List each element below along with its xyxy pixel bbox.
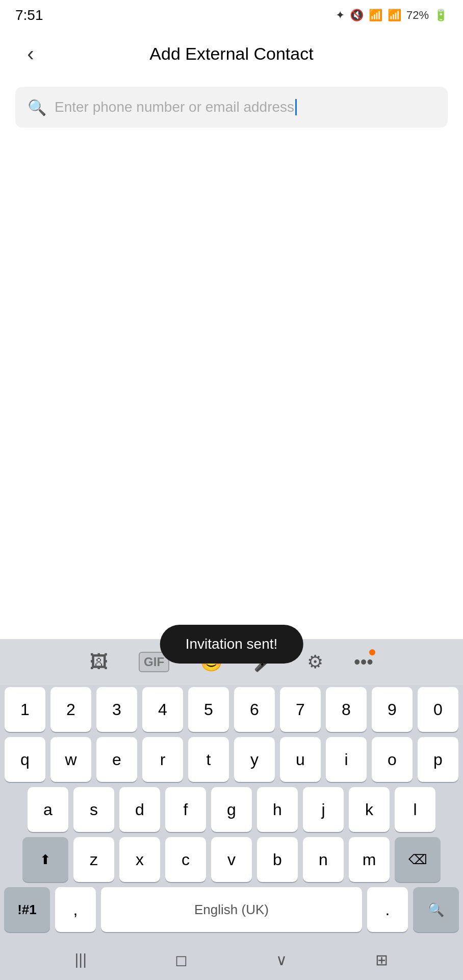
key-4[interactable]: 4 — [142, 687, 183, 732]
asdf-row: a s d f g h j k l — [4, 787, 459, 832]
nav-back-button[interactable]: ||| — [75, 951, 87, 968]
search-keyboard-key[interactable]: 🔍 — [413, 887, 459, 932]
settings-toolbar-button[interactable]: ⚙ — [307, 651, 323, 673]
search-icon: 🔍 — [28, 99, 46, 116]
key-0[interactable]: 0 — [418, 687, 458, 732]
key-m[interactable]: m — [349, 837, 390, 882]
more-toolbar-button[interactable]: ••• — [354, 651, 373, 673]
wifi-icon: 📶 — [369, 9, 382, 22]
status-icons: ✦ 🔇 📶 📶 72% 🔋 — [336, 9, 448, 22]
key-a[interactable]: a — [28, 787, 68, 832]
key-c[interactable]: c — [165, 837, 206, 882]
bottom-row: !#1 , English (UK) . 🔍 — [4, 887, 459, 932]
key-9[interactable]: 9 — [372, 687, 413, 732]
key-8[interactable]: 8 — [326, 687, 367, 732]
signal-icon: 📶 — [388, 9, 401, 22]
battery-icon: 🔋 — [434, 9, 448, 22]
key-o[interactable]: o — [372, 737, 413, 782]
key-3[interactable]: 3 — [96, 687, 137, 732]
battery-text: 72% — [406, 9, 429, 22]
key-w[interactable]: w — [50, 737, 91, 782]
key-h[interactable]: h — [257, 787, 298, 832]
key-k[interactable]: k — [349, 787, 390, 832]
nav-keyboard-button[interactable]: ⊞ — [375, 951, 388, 969]
key-t[interactable]: t — [188, 737, 229, 782]
nav-bar: ||| ◻ ∨ ⊞ — [0, 939, 463, 980]
key-e[interactable]: e — [96, 737, 137, 782]
space-key[interactable]: English (UK) — [101, 887, 362, 932]
key-j[interactable]: j — [303, 787, 344, 832]
search-input-display[interactable]: Enter phone number or email address — [55, 99, 435, 115]
key-7[interactable]: 7 — [280, 687, 321, 732]
search-placeholder: Enter phone number or email address — [55, 99, 294, 115]
key-i[interactable]: i — [326, 737, 367, 782]
text-cursor — [295, 99, 297, 115]
key-x[interactable]: x — [119, 837, 160, 882]
key-q[interactable]: q — [5, 737, 45, 782]
special-chars-key[interactable]: !#1 — [4, 887, 50, 932]
key-s[interactable]: s — [73, 787, 114, 832]
comma-key[interactable]: , — [55, 887, 96, 932]
key-r[interactable]: r — [142, 737, 183, 782]
search-container[interactable]: 🔍 Enter phone number or email address — [15, 87, 448, 128]
status-time: 7:51 — [15, 7, 43, 23]
key-6[interactable]: 6 — [234, 687, 275, 732]
key-n[interactable]: n — [303, 837, 344, 882]
key-5[interactable]: 5 — [188, 687, 229, 732]
key-z[interactable]: z — [73, 837, 114, 882]
key-1[interactable]: 1 — [5, 687, 45, 732]
shift-key[interactable]: ⬆ — [22, 837, 68, 882]
notification-dot — [369, 649, 375, 655]
key-g[interactable]: g — [211, 787, 252, 832]
key-v[interactable]: v — [211, 837, 252, 882]
key-f[interactable]: f — [165, 787, 206, 832]
page-title: Add External Contact — [149, 44, 313, 64]
nav-recent-button[interactable]: ∨ — [276, 951, 287, 969]
qwerty-row: q w e r t y u i o p — [4, 737, 459, 782]
main-content — [0, 138, 463, 551]
keyboard-rows: 1 2 3 4 5 6 7 8 9 0 q w e r t y u i o p … — [0, 685, 463, 939]
key-2[interactable]: 2 — [50, 687, 91, 732]
keyboard-area: 🖼 GIF 😊 🎤 ⚙ ••• 1 2 3 4 5 6 7 8 9 0 q w … — [0, 639, 463, 980]
key-l[interactable]: l — [395, 787, 435, 832]
mute-icon: 🔇 — [350, 9, 364, 22]
key-b[interactable]: b — [257, 837, 298, 882]
sticker-toolbar-button[interactable]: 🖼 — [90, 651, 108, 673]
zxcv-row: ⬆ z x c v b n m ⌫ — [4, 837, 459, 882]
header: ‹ Add External Contact — [0, 31, 463, 77]
key-y[interactable]: y — [234, 737, 275, 782]
backspace-key[interactable]: ⌫ — [395, 837, 441, 882]
toast-notification: Invitation sent! — [160, 625, 303, 664]
key-p[interactable]: p — [418, 737, 458, 782]
number-row: 1 2 3 4 5 6 7 8 9 0 — [4, 687, 459, 732]
status-bar: 7:51 ✦ 🔇 📶 📶 72% 🔋 — [0, 0, 463, 31]
bluetooth-icon: ✦ — [336, 9, 345, 22]
back-button[interactable]: ‹ — [15, 38, 46, 69]
nav-home-button[interactable]: ◻ — [175, 951, 188, 969]
period-key[interactable]: . — [367, 887, 408, 932]
key-u[interactable]: u — [280, 737, 321, 782]
key-d[interactable]: d — [119, 787, 160, 832]
